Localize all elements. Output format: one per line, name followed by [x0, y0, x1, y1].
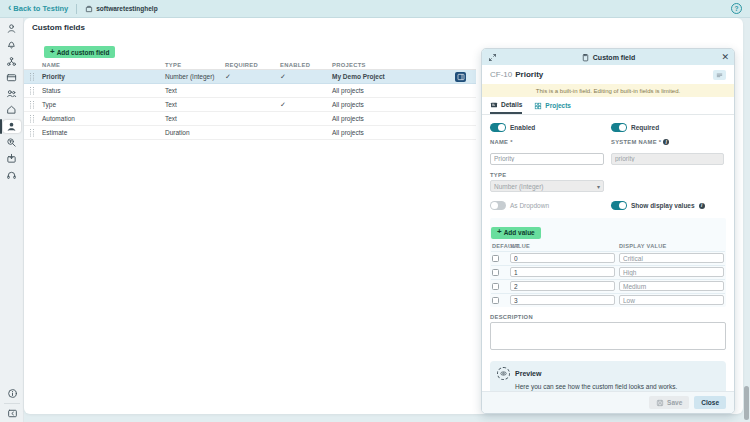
- value-input[interactable]: [510, 253, 615, 263]
- save-icon: [656, 399, 664, 407]
- table-row[interactable]: Estimate Duration All projects: [24, 126, 476, 140]
- field-projects: All projects: [332, 115, 455, 122]
- system-name-label: SYSTEM NAME *i: [611, 139, 726, 145]
- search-icon: [6, 137, 17, 148]
- custom-field-panel: Custom field ✕ CF-10 Priority This is a …: [481, 48, 735, 414]
- back-to-testiny-link[interactable]: ‹ Back to Testiny: [8, 4, 68, 13]
- user-icon: [6, 23, 17, 34]
- display-value-input[interactable]: [619, 253, 724, 263]
- back-label: Back to Testiny: [13, 4, 68, 13]
- sidebar-item-billing[interactable]: [3, 71, 21, 84]
- tab-details[interactable]: Details: [490, 97, 522, 114]
- name-input[interactable]: [490, 153, 604, 165]
- help-icon[interactable]: ?: [731, 3, 742, 14]
- value-row: [491, 265, 725, 279]
- copy-link-button[interactable]: [713, 70, 726, 80]
- panel-tabs: Details Projects: [482, 97, 734, 115]
- team-icon: [6, 88, 17, 99]
- field-projects: All projects: [332, 129, 455, 136]
- sidebar-item-collapse[interactable]: [3, 407, 21, 420]
- name-label: NAME *: [490, 139, 611, 145]
- table-row[interactable]: Priority Number (Integer) ✓ ✓ My Demo Pr…: [24, 70, 476, 84]
- field-type: Duration: [165, 129, 225, 136]
- enabled-toggle[interactable]: [490, 123, 506, 132]
- drag-handle-icon[interactable]: [30, 87, 35, 95]
- field-name: Priority: [42, 73, 165, 80]
- app-window: ‹ Back to Testiny softwaretestinghelp ? …: [0, 0, 750, 422]
- type-select-value: Number (Integer): [494, 183, 544, 190]
- expand-panel-button[interactable]: [487, 52, 497, 62]
- sidebar-item-custom-fields[interactable]: [3, 120, 21, 133]
- required-toggle[interactable]: [611, 123, 627, 132]
- col-header-projects: PROJECTS: [332, 62, 455, 68]
- add-value-button[interactable]: + Add value: [491, 227, 541, 239]
- details-tab-icon: [490, 101, 498, 109]
- default-checkbox[interactable]: [492, 297, 499, 304]
- sidebar-item-notifications[interactable]: [3, 38, 21, 51]
- close-button[interactable]: Close: [694, 396, 726, 409]
- table-row[interactable]: Type Text ✓ All projects: [24, 98, 476, 112]
- page-scrollbar[interactable]: [744, 386, 749, 420]
- type-label: TYPE: [490, 172, 726, 178]
- info-icon[interactable]: i: [663, 139, 669, 145]
- value-row: [491, 251, 725, 265]
- panel-title: Custom field: [593, 54, 635, 61]
- sidebar-item-support[interactable]: [3, 169, 21, 182]
- sidebar-item-hierarchy[interactable]: [3, 55, 21, 68]
- type-select: Number (Integer) ▾: [490, 180, 604, 192]
- table-row[interactable]: Status Text All projects: [24, 84, 476, 98]
- field-type: Text: [165, 101, 225, 108]
- save-button[interactable]: Save: [649, 396, 689, 409]
- sidebar-item-home[interactable]: [3, 103, 21, 116]
- organization-switcher[interactable]: softwaretestinghelp: [85, 5, 157, 13]
- field-type: Text: [165, 115, 225, 122]
- default-checkbox[interactable]: [492, 269, 499, 276]
- drag-handle-icon[interactable]: [30, 73, 35, 81]
- enabled-check: ✓: [280, 101, 332, 109]
- system-name-input: [611, 153, 724, 165]
- tab-projects[interactable]: Projects: [534, 97, 571, 114]
- info-icon[interactable]: i: [699, 203, 705, 209]
- panel-body: Enabled Required NAME * SYSTEM NAME *i T…: [482, 115, 734, 391]
- close-icon[interactable]: ✕: [721, 50, 729, 64]
- display-value-input[interactable]: [619, 267, 724, 277]
- value-input[interactable]: [510, 267, 615, 277]
- sidebar-item-team[interactable]: [3, 87, 21, 100]
- required-check: ✓: [225, 73, 280, 81]
- display-value-input[interactable]: [619, 281, 724, 291]
- add-value-label: Add value: [504, 229, 535, 236]
- show-display-values-toggle[interactable]: [611, 201, 627, 210]
- open-details-button[interactable]: [455, 72, 466, 82]
- col-default: DEFAULT: [492, 243, 510, 249]
- field-title: Priority: [515, 70, 543, 79]
- home-icon: [6, 104, 17, 115]
- topbar: ‹ Back to Testiny softwaretestinghelp ?: [0, 0, 750, 18]
- back-chevron-icon: ‹: [8, 3, 11, 13]
- description-textarea[interactable]: [490, 322, 726, 350]
- value-input[interactable]: [510, 281, 615, 291]
- default-checkbox[interactable]: [492, 283, 499, 290]
- display-value-input[interactable]: [619, 295, 724, 305]
- field-projects: All projects: [332, 87, 455, 94]
- add-custom-field-button[interactable]: + Add custom field: [44, 46, 115, 58]
- sidebar-item-import[interactable]: [3, 152, 21, 165]
- sidebar-item-info[interactable]: [3, 387, 21, 400]
- table-row[interactable]: Automation Text All projects: [24, 112, 476, 126]
- value-input[interactable]: [510, 295, 615, 305]
- custom-field-icon: [581, 53, 590, 62]
- organization-name: softwaretestinghelp: [96, 5, 157, 12]
- col-value: VALUE: [510, 243, 615, 249]
- add-custom-field-label: Add custom field: [57, 49, 110, 56]
- default-checkbox[interactable]: [492, 255, 499, 262]
- drag-handle-icon[interactable]: [30, 101, 35, 109]
- drag-handle-icon[interactable]: [30, 115, 35, 123]
- preview-card: Preview Here you can see how the custom …: [490, 361, 726, 392]
- field-type: Number (Integer): [165, 73, 225, 80]
- info-icon: [7, 388, 18, 399]
- sidebar-item-user[interactable]: [3, 22, 21, 35]
- plus-icon: +: [50, 48, 55, 56]
- field-title-row: CF-10 Priority: [482, 65, 734, 84]
- col-header-type: TYPE: [165, 62, 225, 68]
- drag-handle-icon[interactable]: [30, 129, 35, 137]
- sidebar-item-search[interactable]: [3, 136, 21, 149]
